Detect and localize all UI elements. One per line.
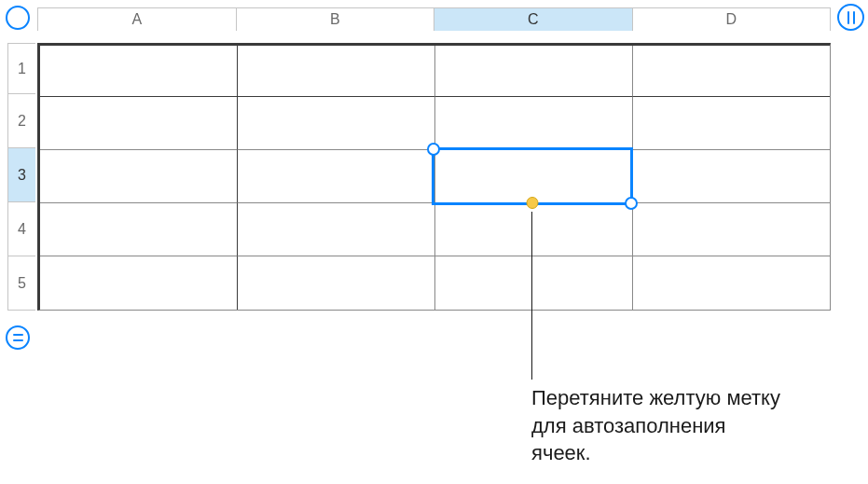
- columns-icon: [847, 11, 849, 24]
- column-header-a[interactable]: A: [37, 8, 237, 31]
- cell[interactable]: [238, 150, 435, 203]
- cell[interactable]: [633, 46, 830, 97]
- cell[interactable]: [238, 46, 435, 97]
- cell[interactable]: [633, 97, 830, 150]
- row-header-2[interactable]: 2: [7, 94, 35, 148]
- cell[interactable]: [40, 46, 238, 97]
- row-headers: 1 2 3 4 5: [7, 43, 35, 311]
- row-header-4[interactable]: 4: [7, 202, 35, 256]
- cell[interactable]: [238, 256, 435, 310]
- spreadsheet-grid[interactable]: [37, 43, 831, 311]
- equals-icon: [13, 334, 23, 336]
- row-header-5[interactable]: 5: [7, 256, 35, 311]
- cell[interactable]: [435, 150, 633, 203]
- cell[interactable]: [435, 97, 633, 150]
- columns-icon: [853, 11, 855, 24]
- table-corner-handle[interactable]: [6, 6, 30, 30]
- cell[interactable]: [238, 203, 435, 256]
- cell[interactable]: [238, 97, 435, 150]
- cell[interactable]: [435, 203, 633, 256]
- column-header-c[interactable]: C: [434, 8, 633, 31]
- row-header-3[interactable]: 3: [7, 148, 35, 202]
- callout-text: Перетяните желтую метку для автозаполнен…: [531, 384, 783, 467]
- equals-icon: [13, 339, 23, 341]
- cell[interactable]: [435, 46, 633, 97]
- cell[interactable]: [633, 203, 830, 256]
- add-row-button[interactable]: [6, 325, 30, 350]
- cell[interactable]: [40, 97, 238, 150]
- callout-leader-line: [531, 212, 532, 380]
- column-header-b[interactable]: B: [237, 8, 435, 31]
- cell[interactable]: [633, 150, 830, 203]
- column-header-d[interactable]: D: [633, 8, 832, 31]
- add-column-button[interactable]: [837, 4, 864, 31]
- cell[interactable]: [40, 203, 238, 256]
- row-header-1[interactable]: 1: [7, 43, 35, 94]
- column-headers: A B C D: [37, 7, 831, 31]
- cell[interactable]: [40, 150, 238, 203]
- cell[interactable]: [40, 256, 238, 310]
- cell[interactable]: [633, 256, 830, 310]
- cell[interactable]: [435, 256, 633, 310]
